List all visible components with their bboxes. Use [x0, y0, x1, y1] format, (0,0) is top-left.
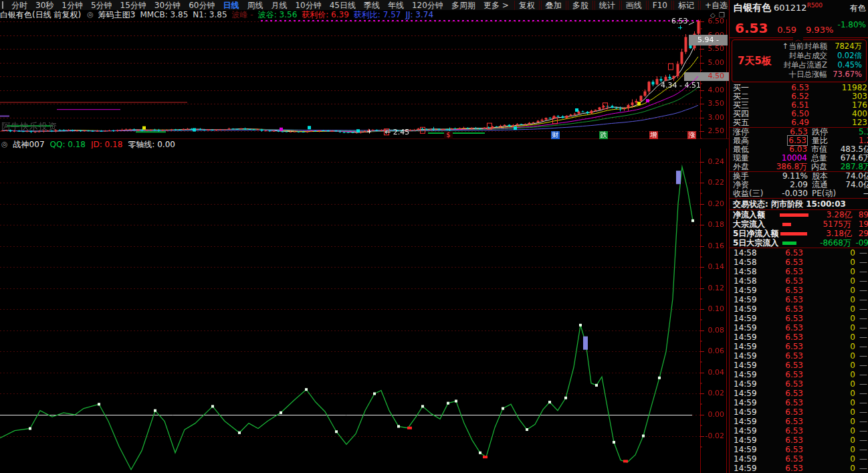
menu-item-复权[interactable]: 复权 [514, 1, 540, 10]
menu-item-季线[interactable]: 季线 [360, 1, 384, 10]
tick-volume: 0 [803, 333, 855, 342]
tick-row[interactable]: 14:596.530— [730, 286, 868, 295]
stats-block-1: 涨停6.53跌停5.3最高6.53量比1.2最低6.03市值483.5亿现量10… [730, 128, 868, 171]
tick-row[interactable]: 14:596.530— [730, 304, 868, 314]
main-chart-titlebar: 白银有色(日线 前复权)◎筹码主图3MMCB: 3.85N1: 3.85波峰 -… [0, 10, 729, 19]
tick-row[interactable]: 14:596.530— [730, 426, 868, 436]
tick-row[interactable]: 14:586.530— [730, 267, 868, 276]
menu-item-标记[interactable]: 标记 [673, 1, 699, 10]
main-axis-label: 4.00 [700, 86, 724, 94]
tick-row[interactable]: 14:596.530— [730, 379, 868, 389]
menu-item-10分钟[interactable]: 10分钟 [291, 1, 325, 10]
menu-item-F10[interactable]: F10 [648, 1, 672, 10]
menu-item-15分钟[interactable]: 15分钟 [116, 1, 150, 10]
menu-item-叠加[interactable]: 叠加 [541, 1, 566, 10]
title-seg-7: 获利比: 7.57 [354, 10, 401, 19]
oscillator-chart[interactable] [0, 149, 729, 473]
tick-row[interactable]: 14:596.530— [730, 323, 868, 333]
tick-time: 14:59 [734, 407, 763, 417]
stat-label: 外盘 [733, 163, 766, 171]
seal-stat-label: 封单占成交 [789, 51, 828, 60]
menu-item-多股[interactable]: 多股 [568, 1, 593, 10]
menu-item-120分钟[interactable]: 120分钟 [408, 1, 447, 10]
bid-row-买五[interactable]: 买五6.49123 [730, 118, 868, 127]
menu-item-30秒[interactable]: 30秒 [31, 1, 58, 10]
indicator-icon[interactable]: ◎ [1, 140, 8, 149]
sector-name: 有色 [838, 3, 866, 14]
event-marker-涨[interactable]: 涨 [687, 131, 696, 139]
menu-item-周线[interactable]: 周线 [243, 1, 267, 10]
menu-item-统计[interactable]: 统计 [594, 1, 620, 10]
tick-direction: — [855, 304, 867, 314]
title-seg-2: MMCB: 3.85 [140, 10, 188, 19]
tick-time: 14:58 [734, 248, 763, 258]
tick-row[interactable]: 14:596.530— [730, 333, 868, 342]
tick-volume: 0 [803, 361, 855, 370]
menu-item-30分钟[interactable]: 30分钟 [150, 1, 185, 10]
tick-row[interactable]: 14:596.530— [730, 342, 868, 351]
window-icon[interactable] [2, 1, 3, 9]
menu-item-分时[interactable]: 分时 [7, 1, 31, 10]
stats-block-2: 换手9.11%股本74.0亿净资2.09流通74.0亿收益(三)-0.030PE… [730, 171, 868, 198]
event-marker-财[interactable]: 财 [551, 131, 560, 139]
tick-row[interactable]: 14:596.530— [730, 417, 868, 426]
tick-row[interactable]: 14:596.530— [730, 454, 868, 464]
high-price-label: 6.53 [671, 17, 688, 25]
indicator-icon[interactable]: ◎ [87, 10, 94, 19]
limit-up-seal-box: ︿ 7天5板 ↑当前封单额7824万封单占成交0.02倍封单占流通Z0.45%十… [732, 39, 867, 82]
sub-axis-label: 0.20 [700, 200, 724, 208]
main-axis-label: 3.00 [700, 114, 724, 122]
menu-item-1分钟[interactable]: 1分钟 [58, 1, 87, 10]
tick-row[interactable]: 14:596.530— [730, 445, 868, 454]
menu-item-月线[interactable]: 月线 [267, 1, 291, 10]
stat-label: PE(动) [812, 189, 841, 198]
menu-item-5分钟[interactable]: 5分钟 [87, 1, 116, 10]
tick-direction: — [855, 445, 867, 454]
sub-axis-label: 0.12 [700, 284, 724, 292]
tick-direction: — [855, 267, 867, 276]
menu-item-画线[interactable]: 画线 [621, 1, 647, 10]
tick-volume: 0 [803, 436, 855, 445]
tick-price: 6.53 [763, 323, 803, 333]
event-marker-增[interactable]: 增 [649, 131, 658, 139]
tick-row[interactable]: 14:596.530— [730, 351, 868, 361]
tick-time: 14:59 [734, 445, 763, 454]
sub-axis-label: 0.06 [700, 347, 724, 355]
tick-row[interactable]: 14:596.530— [730, 464, 868, 473]
tick-volume: 0 [803, 276, 855, 286]
tick-volume: 0 [803, 248, 855, 258]
tick-row[interactable]: 14:596.530— [730, 389, 868, 398]
menu-item-60分钟[interactable]: 60分钟 [185, 1, 219, 10]
main-price-chart[interactable] [0, 19, 729, 138]
seal-stat-value: 73.67% [827, 70, 862, 79]
tick-price: 6.53 [763, 314, 803, 323]
tick-row[interactable]: 14:586.530— [730, 248, 868, 258]
title-seg-1: 筹码主图3 [98, 10, 136, 19]
event-marker-$[interactable]: $ [444, 131, 453, 139]
menu-item-日线[interactable]: 日线 [219, 1, 243, 10]
tick-row[interactable]: 14:596.530— [730, 436, 868, 445]
title-seg-0: 战神007 [13, 140, 45, 149]
menu-item-更多 >[interactable]: 更多 > [479, 1, 513, 10]
event-marker-跌[interactable]: 跌 [599, 131, 608, 139]
menu-item-多周期[interactable]: 多周期 [447, 1, 479, 10]
tick-row[interactable]: 14:596.530— [730, 407, 868, 417]
fund-flow-row: 5日大宗流入-8668万-09 [730, 238, 868, 248]
tick-row[interactable]: 14:596.530— [730, 398, 868, 407]
tick-row[interactable]: 14:596.530— [730, 370, 868, 379]
tick-row[interactable]: 14:596.530— [730, 295, 868, 304]
tick-time: 14:59 [734, 351, 763, 361]
price-change-pct: 9.93% [806, 25, 833, 35]
tick-row[interactable]: 14:596.530— [730, 361, 868, 370]
sub-axis-label: 0.18 [700, 221, 724, 229]
sector-block[interactable]: 有色 -1.80% [838, 3, 866, 29]
tick-row[interactable]: 14:596.530— [730, 314, 868, 323]
tick-time: 14:59 [734, 370, 763, 379]
menu-item-45日线[interactable]: 45日线 [326, 1, 360, 10]
tick-row[interactable]: 14:586.530— [730, 258, 868, 267]
tick-row[interactable]: 14:586.530— [730, 276, 868, 286]
menu-item-年线[interactable]: 年线 [384, 1, 408, 10]
tick-volume: 0 [803, 398, 855, 407]
tick-time: 14:59 [734, 323, 763, 333]
menu-item-+自选[interactable]: +自选 [700, 1, 732, 10]
